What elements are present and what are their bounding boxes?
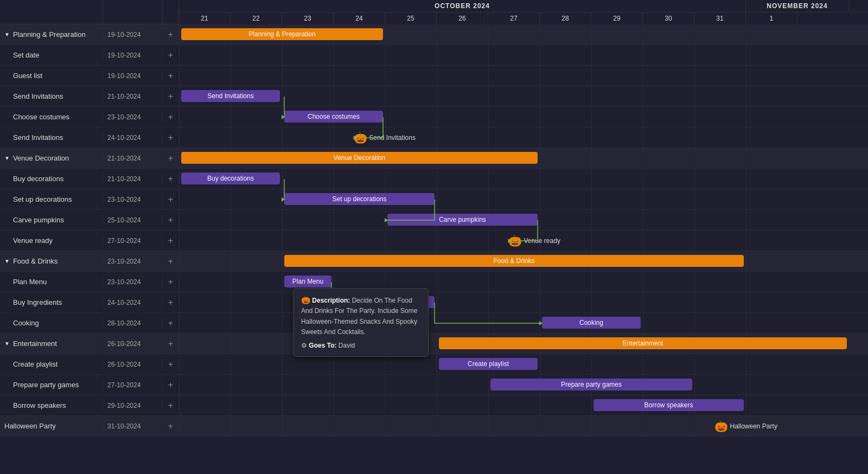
- add-task-button[interactable]: +: [163, 236, 179, 246]
- group-toggle[interactable]: ▼: [4, 341, 10, 347]
- task-bar[interactable]: Borrow speakers: [593, 399, 744, 411]
- timeline-area: Cooking: [179, 313, 868, 333]
- task-bar[interactable]: Planning & Preparation: [181, 28, 383, 40]
- group-row: ▼Planning & Preparation19-10-2024+Planni…: [0, 24, 868, 45]
- task-name-label: Buy Ingredients: [13, 298, 62, 306]
- task-name-cell: Halloween Party: [0, 420, 103, 432]
- start-date-cell: 19-10-2024: [103, 70, 163, 82]
- add-task-button[interactable]: +: [163, 112, 179, 122]
- add-task-button[interactable]: +: [163, 318, 179, 328]
- add-task-button[interactable]: +: [163, 174, 179, 184]
- task-bar[interactable]: Choose costumes: [284, 111, 383, 123]
- start-date-cell: 21-10-2024: [103, 152, 163, 164]
- group-toggle[interactable]: ▼: [4, 258, 10, 264]
- timeline-area: 🎃Venue ready: [179, 230, 868, 251]
- task-name-label: Cooking: [13, 319, 39, 327]
- task-name-label: Borrow speakers: [13, 401, 66, 409]
- add-task-button[interactable]: +: [163, 339, 179, 349]
- add-col-header: [163, 0, 179, 24]
- task-bar[interactable]: Prepare party games: [490, 379, 692, 390]
- milestone-marker: 🎃Halloween Party: [714, 420, 777, 433]
- day-29: 29: [591, 12, 643, 24]
- day-21: 21: [179, 12, 231, 24]
- task-name-label: Set date: [13, 51, 39, 59]
- add-task-button[interactable]: +: [163, 92, 179, 101]
- task-bar[interactable]: Venue Decoration: [181, 152, 538, 164]
- add-task-button[interactable]: +: [163, 360, 179, 369]
- add-task-button[interactable]: +: [163, 30, 179, 40]
- task-name-label: Buy decorations: [13, 175, 63, 183]
- timeline-area: Prepare party games: [179, 375, 868, 395]
- task-bar[interactable]: Buy decorations: [181, 172, 280, 184]
- add-task-button[interactable]: +: [163, 50, 179, 60]
- group-toggle[interactable]: ▼: [4, 31, 10, 37]
- add-task-button[interactable]: +: [163, 421, 179, 431]
- add-task-button[interactable]: +: [163, 298, 179, 308]
- task-name-cell: Set date: [0, 49, 103, 61]
- tooltip-goes-to: ⚙ Goes To: David: [301, 341, 420, 351]
- start-date-header: [103, 0, 163, 24]
- add-task-button[interactable]: +: [163, 277, 179, 287]
- task-name-label: Halloween Party: [4, 422, 56, 430]
- start-date-cell: 28-10-2024: [103, 317, 163, 329]
- timeline-area: [179, 66, 868, 86]
- start-date-cell: 24-10-2024: [103, 297, 163, 309]
- task-row: Carve pumpkins25-10-2024+Carve pumpkins: [0, 210, 868, 230]
- task-bar[interactable]: Entertainment: [439, 337, 847, 349]
- task-name-label: Plan Menu: [13, 278, 47, 286]
- task-name-label: Choose costumes: [13, 113, 69, 121]
- days-row: 21 22 23 24 25 26 27 28 29 30 31 1: [179, 12, 868, 24]
- task-bar[interactable]: Carve pumpkins: [387, 214, 538, 226]
- timeline-area: Plan Menu: [179, 272, 868, 292]
- start-date-cell: 23-10-2024: [103, 276, 163, 288]
- task-bar[interactable]: Send Invitations: [181, 90, 280, 102]
- task-name-label: Guest list: [13, 72, 42, 80]
- start-date-cell: 23-10-2024: [103, 255, 163, 267]
- timeline-area: Food & Drinks: [179, 251, 868, 271]
- add-task-button[interactable]: +: [163, 195, 179, 204]
- timeline-area: Venue Decoration: [179, 148, 868, 168]
- task-bar[interactable]: Food & Drinks: [284, 255, 744, 267]
- gantt-container: OCTOBER 2024 NOVEMBER 2024 21 22 23 24 2…: [0, 0, 868, 474]
- group-row: Halloween Party31-10-2024+🎃Halloween Par…: [0, 416, 868, 437]
- task-name-label: Venue Decoration: [13, 154, 69, 162]
- tooltip-goes-to-value: David: [339, 342, 355, 349]
- task-row: Borrow speakers29-10-2024+Borrow speaker…: [0, 395, 868, 416]
- timeline-area: Create playlist: [179, 354, 868, 374]
- add-task-button[interactable]: +: [163, 257, 179, 266]
- task-name-label: Venue ready: [13, 236, 53, 245]
- task-name-label: Planning & Preparation: [13, 30, 86, 39]
- task-name-cell: Create playlist: [0, 358, 103, 370]
- task-row: Cooking28-10-2024+Cooking: [0, 313, 868, 334]
- start-date-cell: 29-10-2024: [103, 400, 163, 412]
- task-row: Create playlist26-10-2024+Create playlis…: [0, 354, 868, 375]
- start-date-cell: 26-10-2024: [103, 338, 163, 350]
- task-bar[interactable]: Cooking: [542, 317, 641, 329]
- milestone-marker: 🎃Send Invitations: [354, 131, 416, 144]
- timeline-area: Entertainment: [179, 334, 868, 354]
- add-task-button[interactable]: +: [163, 401, 179, 411]
- day-27: 27: [488, 12, 540, 24]
- task-bar[interactable]: Create playlist: [439, 358, 538, 370]
- add-task-button[interactable]: +: [163, 71, 179, 81]
- task-bar[interactable]: Plan Menu: [284, 276, 331, 287]
- add-task-button[interactable]: +: [163, 380, 179, 390]
- add-task-button[interactable]: +: [163, 153, 179, 163]
- start-date-cell: 23-10-2024: [103, 194, 163, 206]
- group-toggle[interactable]: ▼: [4, 155, 10, 161]
- task-row: Prepare party games27-10-2024+Prepare pa…: [0, 375, 868, 395]
- month-header: OCTOBER 2024 NOVEMBER 2024 21 22 23 24 2…: [179, 0, 868, 24]
- task-name-cell: Cooking: [0, 317, 103, 329]
- task-row: Set date19-10-2024+: [0, 45, 868, 66]
- add-task-button[interactable]: +: [163, 133, 179, 143]
- task-name-label: Food & Drinks: [13, 257, 58, 265]
- task-row: Send Invitations21-10-2024+Send Invitati…: [0, 86, 868, 107]
- group-row: ▼Food & Drinks23-10-2024+Food & Drinks: [0, 251, 868, 272]
- task-tooltip: 🎃 Description: Decide On The Food And Dr…: [293, 288, 429, 357]
- task-name-label: Prepare party games: [13, 381, 79, 389]
- task-bar[interactable]: Set up decorations: [284, 193, 435, 205]
- start-date-cell: 21-10-2024: [103, 91, 163, 103]
- start-date-cell: 26-10-2024: [103, 358, 163, 370]
- add-task-button[interactable]: +: [163, 215, 179, 225]
- task-row: Choose costumes23-10-2024+Choose costume…: [0, 107, 868, 127]
